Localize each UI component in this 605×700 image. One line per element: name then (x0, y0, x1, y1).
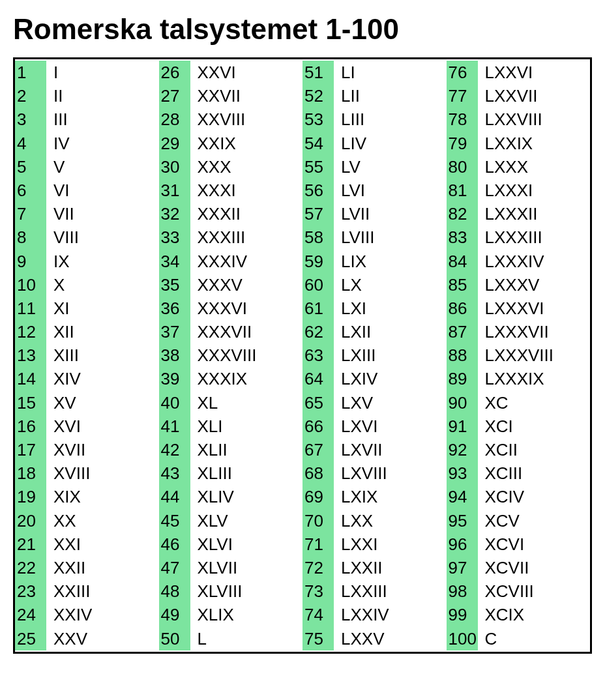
roman-numeral: LXXX (483, 155, 591, 179)
roman-numeral: LXXXVI (483, 297, 591, 320)
roman-numeral: XLI (196, 415, 303, 438)
arabic-number: 59 (302, 250, 334, 273)
roman-numeral: XVII (52, 438, 159, 461)
arabic-number: 19 (15, 485, 46, 508)
arabic-number: 27 (159, 84, 190, 108)
roman-numeral: XXXIII (196, 226, 303, 249)
roman-numeral: IV (52, 132, 159, 155)
arabic-number: 42 (159, 438, 190, 461)
roman-numeral: III (52, 108, 159, 131)
arabic-number: 86 (447, 297, 478, 320)
arabic-number: 48 (159, 579, 190, 603)
roman-numeral: XVIII (52, 461, 159, 485)
arabic-number: 93 (447, 461, 478, 485)
roman-numeral: XXIX (196, 132, 303, 155)
arabic-number: 10 (15, 273, 46, 297)
roman-numeral: XLV (196, 509, 303, 532)
roman-numeral: LXXVI (483, 61, 591, 84)
arabic-number: 66 (302, 415, 334, 438)
arabic-number: 16 (15, 415, 46, 438)
roman-numeral: XXII (52, 556, 159, 579)
arabic-number: 1 (15, 61, 46, 84)
roman-numeral: XCI (483, 415, 591, 438)
roman-numeral: XXVIII (196, 108, 303, 131)
roman-numeral: IX (52, 250, 159, 273)
arabic-number: 89 (447, 367, 478, 390)
arabic-number: 52 (302, 84, 334, 108)
roman-numeral: LXXIX (483, 132, 591, 155)
arabic-number: 54 (302, 132, 334, 155)
arabic-number: 14 (15, 367, 46, 390)
roman-numeral: LXII (339, 320, 447, 343)
roman-subcolumn: I II III IV V VI VII VIII IX X XI XII XI… (46, 61, 159, 650)
roman-numeral: XXI (52, 532, 159, 556)
arabic-number: 37 (159, 320, 190, 343)
roman-numeral: XC (483, 391, 591, 415)
roman-numeral: XVI (52, 415, 159, 438)
arabic-number: 87 (447, 320, 478, 343)
roman-numeral: XXV (52, 627, 159, 650)
roman-numeral: VIII (52, 226, 159, 249)
arabic-number: 7 (15, 202, 46, 226)
arabic-number: 22 (15, 556, 46, 579)
arabic-number: 34 (159, 250, 190, 273)
roman-numeral: L (196, 627, 303, 650)
arabic-number: 96 (447, 532, 478, 556)
arabic-number: 92 (447, 438, 478, 461)
arabic-number: 100 (447, 627, 478, 650)
arabic-number: 88 (447, 343, 478, 367)
roman-numeral: LXVI (339, 415, 447, 438)
arabic-number: 41 (159, 415, 190, 438)
roman-numeral: LXVII (339, 438, 447, 461)
column-3: 51 52 53 54 55 56 57 58 59 60 61 62 63 6… (302, 61, 447, 650)
arabic-number: 15 (15, 391, 46, 415)
arabic-number: 65 (302, 391, 334, 415)
roman-numeral: XLII (196, 438, 303, 461)
arabic-number: 50 (159, 627, 190, 650)
arabic-number: 9 (15, 250, 46, 273)
roman-numeral: LXXV (339, 627, 447, 650)
roman-numeral: LVI (339, 179, 447, 202)
roman-numeral: LXXXV (483, 273, 591, 297)
arabic-number: 25 (15, 627, 46, 650)
arabic-number: 83 (447, 226, 478, 249)
roman-numeral: XXXVII (196, 320, 303, 343)
arabic-number: 44 (159, 485, 190, 508)
roman-numeral: LXXXVII (483, 320, 591, 343)
roman-numeral: XX (52, 509, 159, 532)
arabic-number: 36 (159, 297, 190, 320)
arabic-number: 51 (302, 61, 334, 84)
roman-numeral: XCIII (483, 461, 591, 485)
arabic-subcolumn: 51 52 53 54 55 56 57 58 59 60 61 62 63 6… (302, 61, 334, 650)
roman-numeral: V (52, 155, 159, 179)
roman-numeral: XXXIV (196, 250, 303, 273)
roman-numeral: XLIX (196, 603, 303, 626)
roman-numeral: LXI (339, 297, 447, 320)
arabic-number: 74 (302, 603, 334, 626)
roman-numeral: LXV (339, 391, 447, 415)
arabic-number: 73 (302, 579, 334, 603)
arabic-number: 18 (15, 461, 46, 485)
arabic-number: 46 (159, 532, 190, 556)
arabic-number: 32 (159, 202, 190, 226)
arabic-subcolumn: 76 77 78 79 80 81 82 83 84 85 86 87 88 8… (447, 61, 478, 650)
arabic-number: 78 (447, 108, 478, 131)
arabic-number: 77 (447, 84, 478, 108)
arabic-number: 8 (15, 226, 46, 249)
roman-numeral: XXXV (196, 273, 303, 297)
roman-numeral: LVII (339, 202, 447, 226)
arabic-number: 11 (15, 297, 46, 320)
arabic-number: 6 (15, 179, 46, 202)
roman-numeral: LV (339, 155, 447, 179)
roman-numeral: XXXII (196, 202, 303, 226)
arabic-number: 33 (159, 226, 190, 249)
arabic-number: 49 (159, 603, 190, 626)
roman-numeral: LIII (339, 108, 447, 131)
roman-numeral: C (483, 627, 591, 650)
arabic-number: 28 (159, 108, 190, 131)
roman-numeral: XXXI (196, 179, 303, 202)
roman-numeral: XCV (483, 509, 591, 532)
roman-numeral: XCII (483, 438, 591, 461)
arabic-number: 30 (159, 155, 190, 179)
arabic-number: 75 (302, 627, 334, 650)
